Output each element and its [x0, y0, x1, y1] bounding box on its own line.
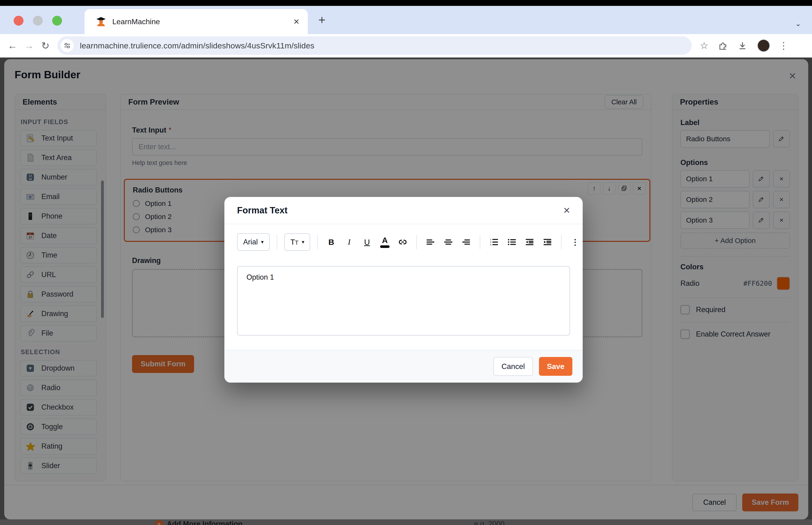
svg-text:1.: 1. [490, 238, 492, 241]
dialog-save-button[interactable]: Save [539, 357, 572, 376]
rich-text-editor[interactable]: Option 1 [237, 266, 570, 335]
dialog-footer: Cancel Save [224, 350, 583, 382]
format-text-dialog: Format Text × Arial ▾ TT ▾ B I U A 1.2.3… [224, 197, 583, 382]
back-icon[interactable]: ← [4, 40, 21, 51]
bullet-list-button[interactable] [505, 236, 518, 249]
divider [416, 235, 417, 249]
divider [480, 235, 480, 249]
browser-tab[interactable]: LearnMachine × [85, 9, 308, 34]
url-text: learnmachine.trulience.com/admin/slidesh… [80, 41, 315, 50]
close-window-button[interactable] [14, 16, 24, 26]
site-info-icon[interactable] [61, 39, 74, 52]
ordered-list-button[interactable]: 1.2.3. [487, 236, 501, 249]
divider [561, 235, 562, 249]
ordered-list-icon: 1.2.3. [489, 237, 499, 247]
tab-close-icon[interactable]: × [293, 16, 299, 27]
browser-tab-strip: LearnMachine × + ⌄ [0, 6, 812, 34]
align-right-icon [461, 237, 471, 247]
insert-link-button[interactable] [396, 236, 409, 249]
bold-button[interactable]: B [325, 236, 338, 249]
dialog-title: Format Text [237, 205, 288, 215]
divider [277, 235, 277, 249]
font-size-select[interactable]: TT ▾ [284, 234, 310, 251]
text-color-button[interactable]: A [378, 236, 392, 249]
outdent-icon [525, 237, 534, 247]
dialog-cancel-button[interactable]: Cancel [493, 357, 533, 376]
profile-avatar[interactable] [757, 40, 770, 52]
forward-icon[interactable]: → [21, 40, 37, 51]
tab-search-chevron-icon[interactable]: ⌄ [791, 17, 805, 30]
align-center-icon [444, 237, 453, 247]
current-color-bar [380, 245, 389, 248]
url-bar[interactable]: learnmachine.trulience.com/admin/slidesh… [57, 36, 692, 55]
svg-text:3.: 3. [490, 243, 492, 246]
chevron-down-icon: ▾ [302, 239, 304, 245]
chrome-menu-kebab-icon[interactable]: ⋮ [778, 40, 790, 51]
chevron-down-icon: ▾ [261, 239, 264, 245]
reload-icon[interactable]: ↻ [37, 40, 53, 51]
text-size-icon: TT [290, 238, 298, 246]
divider [317, 235, 318, 249]
underline-button[interactable]: U [361, 236, 373, 249]
align-center-button[interactable] [442, 236, 455, 249]
svg-text:2.: 2. [490, 241, 492, 243]
link-icon [398, 237, 408, 247]
tab-title: LearnMachine [112, 17, 293, 26]
window-controls[interactable] [14, 16, 62, 26]
dialog-close-icon[interactable]: × [563, 205, 570, 216]
screen-top-bar [0, 0, 812, 6]
downloads-icon[interactable] [738, 41, 750, 50]
outdent-button[interactable] [523, 236, 536, 249]
site-favicon [96, 16, 106, 27]
more-options-kebab-icon[interactable]: ⋮ [569, 236, 582, 249]
font-family-select[interactable]: Arial ▾ [237, 234, 270, 251]
new-tab-button[interactable]: + [318, 13, 325, 27]
italic-button[interactable]: I [342, 236, 356, 249]
extensions-icon[interactable] [718, 41, 730, 50]
indent-button[interactable] [541, 236, 554, 249]
format-toolbar: Arial ▾ TT ▾ B I U A 1.2.3. ⋮ [224, 224, 583, 260]
minimize-window-button[interactable] [33, 16, 43, 26]
align-left-button[interactable] [424, 236, 437, 249]
bullet-list-icon [507, 237, 517, 247]
zoom-window-button[interactable] [52, 16, 62, 26]
align-left-icon [426, 237, 435, 247]
bookmark-star-icon[interactable]: ☆ [698, 40, 710, 51]
browser-toolbar: ← → ↻ learnmachine.trulience.com/admin/s… [0, 34, 812, 58]
align-right-button[interactable] [460, 236, 473, 249]
indent-icon [543, 237, 552, 247]
